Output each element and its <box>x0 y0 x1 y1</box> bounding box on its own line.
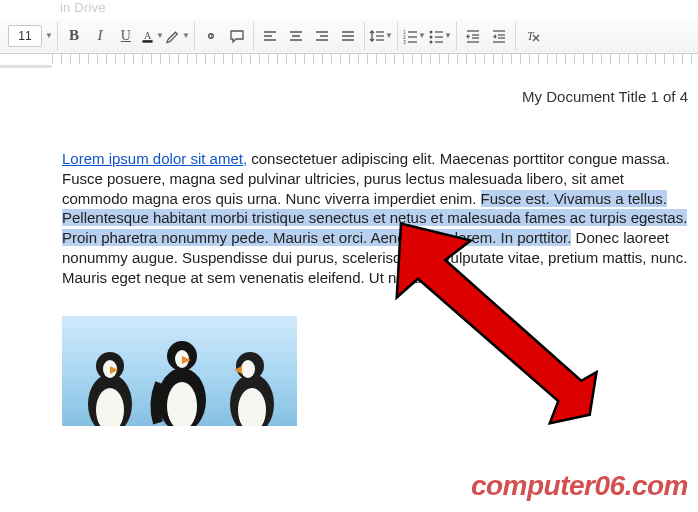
align-left-button[interactable] <box>258 24 282 48</box>
align-group <box>254 22 365 50</box>
italic-button[interactable]: I <box>88 24 112 48</box>
link-comment-group <box>195 22 254 50</box>
font-size-input[interactable]: 11 <box>8 25 42 47</box>
clear-format-group: T <box>516 22 548 50</box>
bulleted-list-button[interactable]: ▼ <box>428 24 452 48</box>
underline-button[interactable]: U <box>114 24 138 48</box>
insert-link-button[interactable] <box>199 24 223 48</box>
svg-rect-1 <box>142 40 152 43</box>
chevron-down-icon: ▼ <box>182 31 190 40</box>
hyperlink-text[interactable]: Lorem ipsum dolor sit amet, <box>62 150 247 167</box>
text-format-group: B I U A ▼ ▼ <box>58 22 195 50</box>
chevron-down-icon: ▼ <box>418 31 426 40</box>
align-center-button[interactable] <box>284 24 308 48</box>
embedded-image[interactable] <box>62 316 297 426</box>
align-justify-button[interactable] <box>336 24 360 48</box>
svg-point-25 <box>429 40 432 43</box>
chevron-down-icon[interactable]: ▼ <box>45 31 53 40</box>
font-size-group: 11 ▼ <box>4 22 58 50</box>
clear-formatting-button[interactable]: T <box>520 24 544 48</box>
text-color-button[interactable]: A ▼ <box>140 24 164 48</box>
svg-point-24 <box>429 35 432 38</box>
svg-text:A: A <box>144 29 152 40</box>
window-title: in Drive <box>0 0 698 18</box>
line-spacing-button[interactable]: ▼ <box>369 24 393 48</box>
chevron-down-icon: ▼ <box>385 31 393 40</box>
formatting-toolbar: 11 ▼ B I U A ▼ ▼ ▼ 12 <box>0 18 698 54</box>
numbered-list-button[interactable]: 123 ▼ <box>402 24 426 48</box>
body-paragraph[interactable]: Lorem ipsum dolor sit amet, consectetuer… <box>62 149 690 288</box>
horizontal-ruler[interactable] <box>0 54 698 68</box>
highlight-color-button[interactable]: ▼ <box>166 24 190 48</box>
indent-group <box>457 22 516 50</box>
bold-button[interactable]: B <box>62 24 86 48</box>
list-group: 123 ▼ ▼ <box>398 22 457 50</box>
watermark-text: computer06.com <box>471 470 688 502</box>
svg-point-53 <box>241 360 255 378</box>
chevron-down-icon: ▼ <box>444 31 452 40</box>
chevron-down-icon: ▼ <box>156 31 164 40</box>
add-comment-button[interactable] <box>225 24 249 48</box>
increase-indent-button[interactable] <box>487 24 511 48</box>
line-spacing-group: ▼ <box>365 22 398 50</box>
decrease-indent-button[interactable] <box>461 24 485 48</box>
svg-text:3: 3 <box>403 39 406 44</box>
svg-point-23 <box>429 30 432 33</box>
page-header: My Document Title 1 of 4 <box>62 88 690 105</box>
document-page[interactable]: My Document Title 1 of 4 Lorem ipsum dol… <box>0 72 698 512</box>
align-right-button[interactable] <box>310 24 334 48</box>
penguins-photo-icon <box>62 316 297 426</box>
